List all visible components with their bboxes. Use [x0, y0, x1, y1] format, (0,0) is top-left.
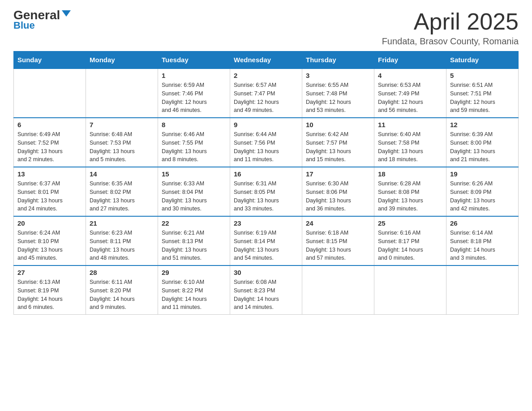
day-info: Sunrise: 6:55 AM Sunset: 7:48 PM Dayligh… [306, 81, 370, 115]
day-info: Sunrise: 6:13 AM Sunset: 8:19 PM Dayligh… [17, 278, 82, 312]
calendar-cell [302, 265, 374, 315]
day-number: 21 [90, 219, 154, 227]
day-info: Sunrise: 6:33 AM Sunset: 8:04 PM Dayligh… [162, 180, 226, 213]
calendar-title: April 2025 [382, 9, 519, 34]
calendar-cell: 22Sunrise: 6:21 AM Sunset: 8:13 PM Dayli… [158, 216, 230, 265]
calendar-cell: 4Sunrise: 6:53 AM Sunset: 7:49 PM Daylig… [374, 68, 446, 118]
calendar-cell: 14Sunrise: 6:35 AM Sunset: 8:02 PM Dayli… [86, 167, 158, 216]
calendar-cell: 26Sunrise: 6:14 AM Sunset: 8:18 PM Dayli… [446, 216, 519, 265]
calendar-cell: 23Sunrise: 6:19 AM Sunset: 8:14 PM Dayli… [230, 216, 302, 265]
calendar-cell: 7Sunrise: 6:48 AM Sunset: 7:53 PM Daylig… [86, 118, 158, 167]
header-friday: Friday [374, 51, 446, 69]
day-number: 23 [234, 219, 298, 227]
day-info: Sunrise: 6:44 AM Sunset: 7:56 PM Dayligh… [234, 130, 298, 164]
day-number: 7 [90, 121, 154, 128]
day-number: 17 [306, 170, 370, 178]
calendar-cell: 16Sunrise: 6:31 AM Sunset: 8:05 PM Dayli… [230, 167, 302, 216]
day-info: Sunrise: 6:39 AM Sunset: 8:00 PM Dayligh… [450, 130, 515, 164]
calendar-cell: 12Sunrise: 6:39 AM Sunset: 8:00 PM Dayli… [446, 118, 519, 167]
day-info: Sunrise: 6:35 AM Sunset: 8:02 PM Dayligh… [90, 180, 154, 213]
day-number: 10 [306, 121, 370, 128]
calendar-header: SundayMondayTuesdayWednesdayThursdayFrid… [14, 51, 519, 69]
week-row-2: 6Sunrise: 6:49 AM Sunset: 7:52 PM Daylig… [14, 118, 519, 167]
week-row-3: 13Sunrise: 6:37 AM Sunset: 8:01 PM Dayli… [14, 167, 519, 216]
calendar-cell [14, 68, 86, 118]
day-number: 28 [90, 269, 154, 276]
calendar-cell [446, 265, 519, 315]
calendar-cell: 27Sunrise: 6:13 AM Sunset: 8:19 PM Dayli… [14, 265, 86, 315]
day-number: 13 [17, 170, 82, 178]
calendar-cell: 29Sunrise: 6:10 AM Sunset: 8:22 PM Dayli… [158, 265, 230, 315]
calendar-cell: 3Sunrise: 6:55 AM Sunset: 7:48 PM Daylig… [302, 68, 374, 118]
calendar-cell [86, 68, 158, 118]
day-number: 26 [450, 219, 515, 227]
day-info: Sunrise: 6:48 AM Sunset: 7:53 PM Dayligh… [90, 130, 154, 164]
day-number: 14 [90, 170, 154, 178]
day-info: Sunrise: 6:31 AM Sunset: 8:05 PM Dayligh… [234, 180, 298, 213]
day-number: 9 [234, 121, 298, 128]
day-number: 18 [378, 170, 442, 178]
day-number: 4 [378, 72, 442, 79]
calendar-cell: 1Sunrise: 6:59 AM Sunset: 7:46 PM Daylig… [158, 68, 230, 118]
day-info: Sunrise: 6:24 AM Sunset: 8:10 PM Dayligh… [17, 229, 82, 262]
day-number: 25 [378, 219, 442, 227]
day-number: 29 [162, 269, 226, 276]
header-tuesday: Tuesday [158, 51, 230, 69]
calendar-cell: 24Sunrise: 6:18 AM Sunset: 8:15 PM Dayli… [302, 216, 374, 265]
day-info: Sunrise: 6:16 AM Sunset: 8:17 PM Dayligh… [378, 229, 442, 262]
calendar-cell: 21Sunrise: 6:23 AM Sunset: 8:11 PM Dayli… [86, 216, 158, 265]
day-number: 27 [17, 269, 82, 276]
logo-triangle-icon [62, 10, 71, 17]
day-info: Sunrise: 6:28 AM Sunset: 8:08 PM Dayligh… [378, 180, 442, 213]
day-number: 11 [378, 121, 442, 128]
day-number: 19 [450, 170, 515, 178]
day-info: Sunrise: 6:42 AM Sunset: 7:57 PM Dayligh… [306, 130, 370, 164]
header-row: SundayMondayTuesdayWednesdayThursdayFrid… [14, 51, 519, 69]
calendar-cell: 15Sunrise: 6:33 AM Sunset: 8:04 PM Dayli… [158, 167, 230, 216]
day-number: 6 [17, 121, 82, 128]
day-number: 3 [306, 72, 370, 79]
header-monday: Monday [86, 51, 158, 69]
calendar-cell: 18Sunrise: 6:28 AM Sunset: 8:08 PM Dayli… [374, 167, 446, 216]
calendar-cell: 11Sunrise: 6:40 AM Sunset: 7:58 PM Dayli… [374, 118, 446, 167]
day-info: Sunrise: 6:46 AM Sunset: 7:55 PM Dayligh… [162, 130, 226, 164]
day-info: Sunrise: 6:14 AM Sunset: 8:18 PM Dayligh… [450, 229, 515, 262]
logo: General Blue [13, 9, 71, 31]
week-row-4: 20Sunrise: 6:24 AM Sunset: 8:10 PM Dayli… [14, 216, 519, 265]
header-saturday: Saturday [446, 51, 519, 69]
calendar-cell: 20Sunrise: 6:24 AM Sunset: 8:10 PM Dayli… [14, 216, 86, 265]
calendar-cell [374, 265, 446, 315]
day-info: Sunrise: 6:10 AM Sunset: 8:22 PM Dayligh… [162, 278, 226, 312]
calendar-cell: 17Sunrise: 6:30 AM Sunset: 8:06 PM Dayli… [302, 167, 374, 216]
day-info: Sunrise: 6:23 AM Sunset: 8:11 PM Dayligh… [90, 229, 154, 262]
day-number: 1 [162, 72, 226, 79]
calendar-cell: 8Sunrise: 6:46 AM Sunset: 7:55 PM Daylig… [158, 118, 230, 167]
day-number: 2 [234, 72, 298, 79]
header-thursday: Thursday [302, 51, 374, 69]
day-number: 20 [17, 219, 82, 227]
calendar-cell: 28Sunrise: 6:11 AM Sunset: 8:20 PM Dayli… [86, 265, 158, 315]
day-info: Sunrise: 6:18 AM Sunset: 8:15 PM Dayligh… [306, 229, 370, 262]
day-number: 5 [450, 72, 515, 79]
week-row-1: 1Sunrise: 6:59 AM Sunset: 7:46 PM Daylig… [14, 68, 519, 118]
calendar-cell: 9Sunrise: 6:44 AM Sunset: 7:56 PM Daylig… [230, 118, 302, 167]
day-number: 8 [162, 121, 226, 128]
day-info: Sunrise: 6:26 AM Sunset: 8:09 PM Dayligh… [450, 180, 515, 213]
calendar-cell: 19Sunrise: 6:26 AM Sunset: 8:09 PM Dayli… [446, 167, 519, 216]
calendar-cell: 6Sunrise: 6:49 AM Sunset: 7:52 PM Daylig… [14, 118, 86, 167]
day-number: 15 [162, 170, 226, 178]
calendar-cell: 10Sunrise: 6:42 AM Sunset: 7:57 PM Dayli… [302, 118, 374, 167]
logo-blue-text: Blue [13, 20, 35, 31]
day-number: 24 [306, 219, 370, 227]
day-number: 12 [450, 121, 515, 128]
header-wednesday: Wednesday [230, 51, 302, 69]
calendar-cell: 2Sunrise: 6:57 AM Sunset: 7:47 PM Daylig… [230, 68, 302, 118]
day-info: Sunrise: 6:21 AM Sunset: 8:13 PM Dayligh… [162, 229, 226, 262]
day-number: 30 [234, 269, 298, 276]
calendar-body: 1Sunrise: 6:59 AM Sunset: 7:46 PM Daylig… [14, 68, 519, 315]
day-info: Sunrise: 6:11 AM Sunset: 8:20 PM Dayligh… [90, 278, 154, 312]
day-info: Sunrise: 6:49 AM Sunset: 7:52 PM Dayligh… [17, 130, 82, 164]
day-info: Sunrise: 6:51 AM Sunset: 7:51 PM Dayligh… [450, 81, 515, 115]
header-sunday: Sunday [14, 51, 86, 69]
calendar-cell: 30Sunrise: 6:08 AM Sunset: 8:23 PM Dayli… [230, 265, 302, 315]
